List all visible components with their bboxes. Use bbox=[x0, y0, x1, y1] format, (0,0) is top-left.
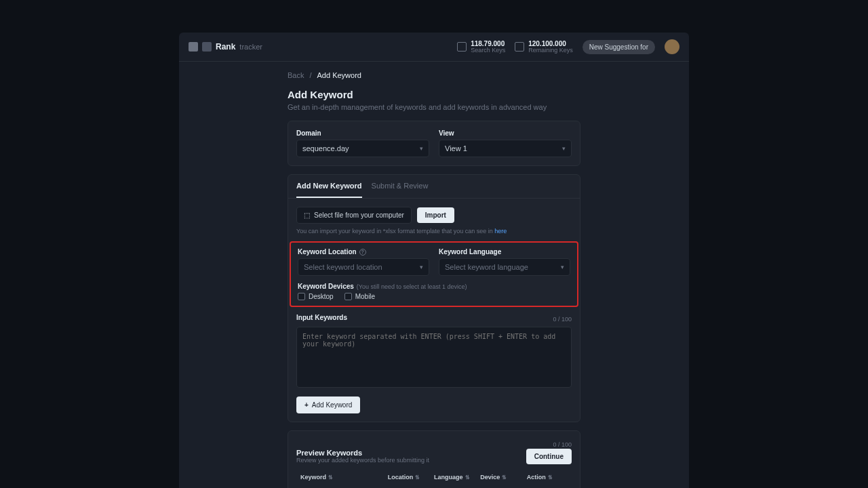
breadcrumb-separator: / bbox=[309, 71, 311, 79]
sort-icon: ⇅ bbox=[415, 474, 420, 481]
tab-add-new-keyword[interactable]: Add New Keyword bbox=[296, 175, 362, 198]
language-placeholder: Select keyword language bbox=[445, 263, 528, 271]
input-keywords-label: Input Keywords bbox=[296, 314, 347, 321]
col-keyword[interactable]: Keyword⇅ bbox=[300, 474, 382, 481]
info-icon[interactable]: ? bbox=[359, 249, 366, 256]
checkbox-mobile[interactable]: Mobile bbox=[344, 293, 375, 300]
logo-group[interactable]: Rank tracker bbox=[189, 42, 262, 52]
preview-count: 0 / 100 bbox=[553, 441, 572, 448]
import-button[interactable]: Import bbox=[417, 207, 454, 223]
select-file-button[interactable]: ⬚ Select file from your computer bbox=[296, 207, 412, 224]
checkbox-icon bbox=[344, 293, 352, 300]
domain-value: sequence.day bbox=[302, 144, 349, 152]
new-suggestion-button[interactable]: New Suggestion for bbox=[583, 40, 655, 54]
preview-panel: 0 / 100 Preview Keywords Review your add… bbox=[288, 430, 580, 488]
chevron-down-icon: ▾ bbox=[562, 145, 566, 152]
page-subtitle: Get an in-depth management of keywords a… bbox=[288, 103, 580, 111]
sort-icon: ⇅ bbox=[465, 474, 470, 481]
location-select[interactable]: Select keyword location ▾ bbox=[298, 258, 429, 276]
col-action[interactable]: Action⇅ bbox=[527, 474, 568, 481]
sort-icon: ⇅ bbox=[548, 474, 553, 481]
stat-search-keys: 118.79.000 Search Keys bbox=[457, 40, 505, 54]
continue-button[interactable]: Continue bbox=[526, 449, 572, 464]
location-label: Keyword Location ? bbox=[298, 248, 429, 256]
avatar[interactable] bbox=[665, 39, 679, 54]
view-value: View 1 bbox=[445, 144, 467, 152]
page-title: Add Keyword bbox=[288, 89, 580, 100]
no-data-message: No data available bbox=[296, 483, 572, 488]
add-keyword-panel: Add New Keyword Submit & Review ⬚ Select… bbox=[288, 174, 580, 422]
language-select[interactable]: Select keyword language ▾ bbox=[439, 258, 570, 276]
col-location[interactable]: Location⇅ bbox=[388, 474, 429, 481]
upload-icon: ⬚ bbox=[304, 211, 310, 219]
import-hint: You can import your keyword in *xlsx for… bbox=[296, 228, 572, 235]
stat2-label: Remaining Keys bbox=[528, 47, 573, 54]
domain-label: Domain bbox=[296, 129, 429, 137]
stat2-value: 120.100.000 bbox=[528, 40, 573, 47]
chevron-down-icon: ▾ bbox=[561, 264, 564, 270]
view-select[interactable]: View 1 ▾ bbox=[439, 140, 572, 157]
stat1-value: 118.79.000 bbox=[471, 40, 505, 47]
select-file-label: Select file from your computer bbox=[314, 211, 404, 219]
stat1-label: Search Keys bbox=[471, 47, 505, 54]
domain-select[interactable]: sequence.day ▾ bbox=[296, 140, 429, 157]
preview-subtitle: Review your added keywords before submit… bbox=[296, 457, 429, 464]
preview-table-header: Keyword⇅ Location⇅ Language⇅ Device⇅ Act… bbox=[296, 471, 572, 483]
checkbox-icon bbox=[298, 293, 305, 300]
keywords-textarea[interactable] bbox=[296, 327, 572, 388]
plus-icon: + bbox=[304, 401, 309, 409]
keyword-count: 0 / 100 bbox=[553, 316, 572, 323]
sort-icon: ⇅ bbox=[328, 474, 333, 481]
col-device[interactable]: Device⇅ bbox=[480, 474, 521, 481]
logo-icon-2 bbox=[202, 42, 212, 52]
col-language[interactable]: Language⇅ bbox=[434, 474, 475, 481]
breadcrumb: Back / Add Keyword bbox=[288, 71, 580, 79]
highlighted-section: Keyword Location ? Select keyword locati… bbox=[290, 241, 578, 307]
location-placeholder: Select keyword location bbox=[304, 263, 382, 271]
key-icon bbox=[457, 42, 467, 52]
sort-icon: ⇅ bbox=[502, 474, 507, 481]
tabs: Add New Keyword Submit & Review bbox=[288, 175, 580, 199]
devices-label: Keyword Devices (You still need to selec… bbox=[298, 283, 570, 290]
preview-title: Preview Keywords bbox=[296, 449, 429, 457]
breadcrumb-current: Add Keyword bbox=[317, 71, 361, 79]
chevron-down-icon: ▾ bbox=[420, 264, 423, 270]
stat-remaining-keys: 120.100.000 Remaining Keys bbox=[515, 40, 573, 54]
brand-sub: tracker bbox=[239, 43, 262, 51]
template-link[interactable]: here bbox=[494, 228, 507, 235]
breadcrumb-back[interactable]: Back bbox=[288, 71, 304, 79]
checkbox-desktop[interactable]: Desktop bbox=[298, 293, 334, 300]
key-icon bbox=[515, 42, 524, 52]
logo-icon bbox=[189, 42, 198, 52]
app-header: Rank tracker 118.79.000 Search Keys 120.… bbox=[179, 33, 689, 62]
chevron-down-icon: ▾ bbox=[420, 145, 423, 152]
brand-name: Rank bbox=[216, 42, 235, 52]
view-label: View bbox=[439, 129, 572, 137]
domain-view-panel: Domain sequence.day ▾ View View 1 ▾ bbox=[288, 121, 580, 166]
devices-hint: (You still need to select at least 1 dev… bbox=[357, 283, 467, 290]
language-label: Keyword Language bbox=[439, 248, 570, 256]
tab-submit-review[interactable]: Submit & Review bbox=[372, 175, 429, 198]
add-keyword-button[interactable]: + Add Keyword bbox=[296, 396, 360, 413]
